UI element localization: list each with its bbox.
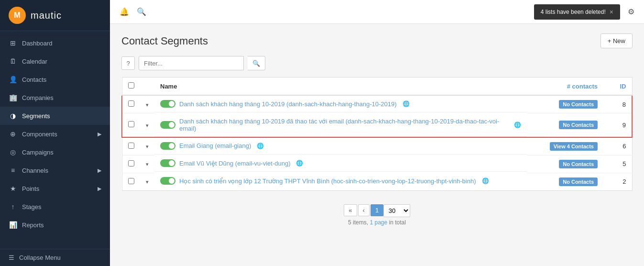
sidebar-item-label: Campaigns <box>22 149 54 156</box>
sidebar-item-channels[interactable]: ≡ Channels ▶ <box>0 161 110 179</box>
toggle-switch[interactable] <box>160 159 175 167</box>
calendar-icon: 🗓 <box>9 57 17 65</box>
sidebar-item-label: Reports <box>22 222 44 229</box>
id-cell: 8 <box>603 95 632 113</box>
sidebar-logo: M mautic <box>0 0 110 31</box>
segment-name-link[interactable]: Danh sách khách hàng tháng 10-2019 (danh… <box>179 100 397 108</box>
filter-help-button[interactable]: ? <box>121 56 135 70</box>
row-dropdown-cell: ▾ <box>140 155 154 173</box>
filter-bar: ? 🔍 <box>121 56 633 70</box>
dashboard-icon: ⊞ <box>9 39 17 47</box>
table-row: ▾Email Vũ Việt Dũng (email-vu-viet-dung)… <box>122 155 632 173</box>
filter-search-button[interactable]: 🔍 <box>248 56 265 70</box>
sidebar-item-components[interactable]: ⊕ Components ▶ <box>0 125 110 143</box>
chevron-right-icon: ▶ <box>98 167 101 174</box>
id-cell: 2 <box>603 173 632 190</box>
segment-name-cell: Danh sách khách hàng tháng 10-2019 đã th… <box>154 113 527 137</box>
notification-toast: 4 lists have been deleted! × <box>534 4 620 20</box>
contacts-badge-cell: No Contacts <box>527 173 603 190</box>
select-all-checkbox[interactable] <box>128 82 134 89</box>
sidebar-item-dashboard[interactable]: ⊞ Dashboard <box>0 34 110 52</box>
segment-name-link[interactable]: Danh sách khách hàng tháng 10-2019 đã th… <box>179 118 508 132</box>
new-button[interactable]: + New <box>600 33 633 48</box>
sidebar-item-calendar[interactable]: 🗓 Calendar <box>0 52 110 70</box>
per-page-select[interactable]: 30 50 100 <box>383 204 410 217</box>
chevron-down-icon[interactable]: ▾ <box>146 144 149 149</box>
row-checkbox[interactable] <box>128 160 134 166</box>
collapse-label: Collapse Menu <box>19 254 61 261</box>
page-first-button[interactable]: « <box>344 204 357 216</box>
chevron-down-icon[interactable]: ▾ <box>146 122 149 128</box>
gear-icon[interactable]: ⚙ <box>628 7 634 16</box>
contacts-badge: No Contacts <box>559 100 598 109</box>
segment-name-link[interactable]: Học sinh có triển vọng lớp 12 Trường THP… <box>179 177 476 185</box>
chevron-down-icon[interactable]: ▾ <box>146 161 149 167</box>
contacts-icon: 👤 <box>9 76 17 83</box>
stages-icon: ↑ <box>9 203 17 211</box>
sidebar-item-points[interactable]: ★ Points ▶ <box>0 179 110 198</box>
components-icon: ⊕ <box>9 130 17 138</box>
sidebar-item-label: Components <box>22 131 57 138</box>
segments-icon: ◑ <box>9 112 17 120</box>
contacts-badge-cell: No Contacts <box>527 113 603 137</box>
row-dropdown-cell: ▾ <box>140 95 154 113</box>
row-checkbox[interactable] <box>128 143 134 149</box>
sidebar-item-label: Segments <box>22 112 50 120</box>
segment-table: Name # contacts ID ▾Danh sách khách hàng… <box>121 77 633 191</box>
page-content: Contact Segments + New ? 🔍 Name # contac… <box>110 24 644 266</box>
chevron-down-icon[interactable]: ▾ <box>146 102 149 108</box>
row-checkbox-cell <box>122 173 140 190</box>
row-dropdown-cell: ▾ <box>140 113 154 137</box>
toast-close-button[interactable]: × <box>610 8 613 16</box>
page-prev-button[interactable]: ‹ <box>358 204 370 216</box>
row-checkbox-cell <box>122 113 140 137</box>
sidebar-item-stages[interactable]: ↑ Stages <box>0 198 110 216</box>
chevron-right-icon: ▶ <box>98 186 101 192</box>
select-all-cell <box>122 78 140 96</box>
actions-col-header <box>140 78 154 96</box>
pagination-page-link[interactable]: 1 page <box>370 219 387 226</box>
row-checkbox[interactable] <box>128 121 134 127</box>
sidebar-item-label: Channels <box>22 167 48 174</box>
main-content: 🔔 🔍 4 lists have been deleted! × ⚙ Conta… <box>110 0 644 266</box>
table-row: ▾Email Giang (email-giang)🌐View 4 Contac… <box>122 137 632 155</box>
toggle-switch[interactable] <box>160 142 175 150</box>
contacts-badge: No Contacts <box>559 121 598 129</box>
sidebar-item-contacts[interactable]: 👤 Contacts <box>0 70 110 89</box>
page-current-button[interactable]: 1 <box>371 204 383 216</box>
segment-name-cell: Email Giang (email-giang)🌐 <box>154 138 527 155</box>
sidebar-item-companies[interactable]: 🏢 Companies <box>0 89 110 107</box>
contacts-badge[interactable]: View 4 Contacts <box>550 142 598 151</box>
points-icon: ★ <box>9 185 17 192</box>
row-checkbox-cell <box>122 137 140 155</box>
row-dropdown-cell: ▾ <box>140 173 154 190</box>
id-cell: 6 <box>603 137 632 155</box>
toggle-switch[interactable] <box>160 100 175 108</box>
pagination-row: « ‹ 1 › » 30 50 100 <box>344 204 410 216</box>
pagination-info: 5 items, 1 page in total <box>348 219 406 226</box>
sidebar-item-campaigns[interactable]: ◎ Campaigns <box>0 143 110 161</box>
bell-icon[interactable]: 🔔 <box>120 7 129 16</box>
id-col-header: ID <box>603 78 632 96</box>
search-icon[interactable]: 🔍 <box>137 7 146 16</box>
segment-name-link[interactable]: Email Vũ Việt Dũng (email-vu-viet-dung) <box>179 160 290 167</box>
sidebar-item-label: Contacts <box>22 76 46 83</box>
sidebar-item-segments[interactable]: ◑ Segments <box>0 107 110 125</box>
segment-name-cell: Email Vũ Việt Dũng (email-vu-viet-dung)🌐 <box>154 155 527 172</box>
collapse-icon: ☰ <box>9 254 14 261</box>
collapse-menu-button[interactable]: ☰ Collapse Menu <box>0 249 110 266</box>
segment-name-link[interactable]: Email Giang (email-giang) <box>179 142 251 149</box>
row-checkbox-cell <box>122 95 140 113</box>
row-checkbox[interactable] <box>128 178 134 184</box>
page-title: Contact Segments <box>121 35 208 47</box>
toggle-switch[interactable] <box>160 177 175 185</box>
toggle-switch[interactable] <box>160 121 175 129</box>
filter-input[interactable] <box>139 56 244 70</box>
sidebar-item-label: Companies <box>22 94 54 101</box>
logo-icon: M <box>9 7 26 24</box>
page-header: Contact Segments + New <box>121 33 633 48</box>
sidebar-item-reports[interactable]: 📊 Reports <box>0 216 110 234</box>
globe-icon: 🌐 <box>296 160 303 166</box>
row-checkbox[interactable] <box>128 100 134 107</box>
chevron-down-icon[interactable]: ▾ <box>146 179 149 185</box>
